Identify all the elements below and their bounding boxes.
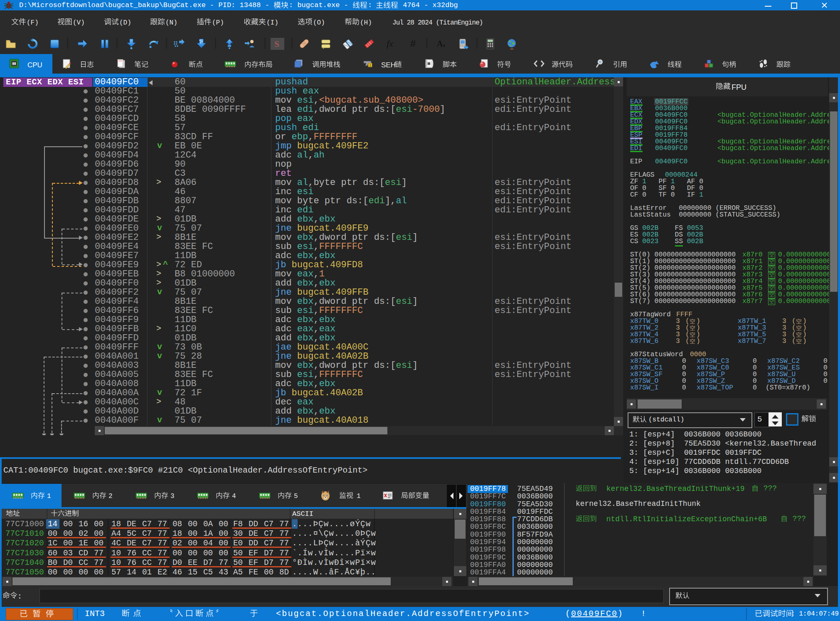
svg-text:#: # — [410, 38, 416, 49]
svg-text:z: z — [443, 42, 446, 48]
svg-text:A: A — [437, 39, 443, 48]
svg-text:S: S — [274, 39, 279, 49]
svg-text:!: ! — [370, 63, 371, 67]
svg-text:fx: fx — [387, 38, 393, 49]
